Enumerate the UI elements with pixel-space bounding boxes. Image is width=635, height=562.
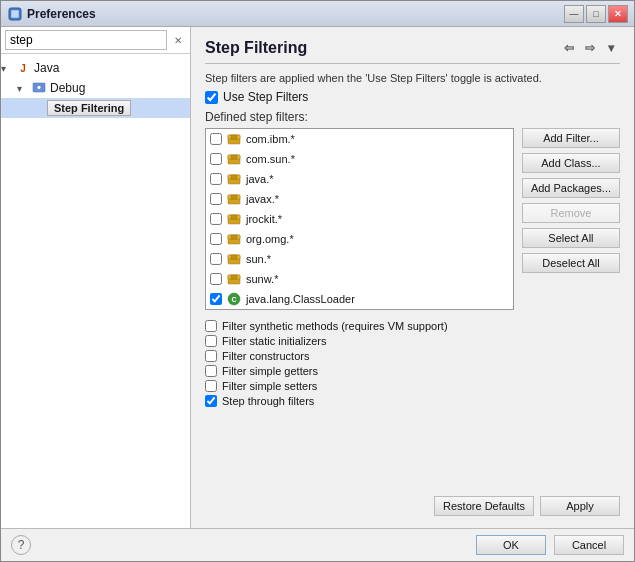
add-filter-button[interactable]: Add Filter... xyxy=(522,128,620,148)
java-icon: J xyxy=(15,60,31,76)
sidebar-item-debug[interactable]: ▾ Debug xyxy=(1,78,190,98)
search-clear-button[interactable]: ✕ xyxy=(170,32,186,48)
search-input[interactable] xyxy=(5,30,167,50)
filter-list-item[interactable]: sun.* xyxy=(206,249,513,269)
sidebar-label-java: Java xyxy=(34,61,59,75)
main-panel: Step Filtering ⇦ ⇨ ▾ Step filters are ap… xyxy=(191,27,634,528)
cancel-button[interactable]: Cancel xyxy=(554,535,624,555)
restore-defaults-button[interactable]: Restore Defaults xyxy=(434,496,534,516)
dropdown-icon[interactable]: ▾ xyxy=(602,39,620,57)
forward-icon[interactable]: ⇨ xyxy=(581,39,599,57)
add-class-button[interactable]: Add Class... xyxy=(522,153,620,173)
sidebar-item-step-filtering[interactable]: Step Filtering xyxy=(1,98,190,118)
bottom-bar: ? OK Cancel xyxy=(1,528,634,561)
filter-list-item[interactable]: jrockit.* xyxy=(206,209,513,229)
help-button[interactable]: ? xyxy=(11,535,31,555)
package-icon xyxy=(226,211,242,227)
window-controls: — □ ✕ xyxy=(564,5,628,23)
sidebar-item-java[interactable]: ▾ J Java xyxy=(1,58,190,78)
package-icon xyxy=(226,271,242,287)
package-icon xyxy=(226,251,242,267)
filter-checkbox[interactable] xyxy=(210,273,222,285)
bottom-left: ? xyxy=(11,535,476,555)
restore-button[interactable]: □ xyxy=(586,5,606,23)
option-checkbox[interactable] xyxy=(205,320,217,332)
option-row: Step through filters xyxy=(205,395,620,407)
option-label[interactable]: Filter simple getters xyxy=(222,365,318,377)
svg-rect-12 xyxy=(231,175,237,179)
panel-title: Step Filtering ⇦ ⇨ ▾ xyxy=(205,39,620,64)
option-checkbox[interactable] xyxy=(205,365,217,377)
toggle-debug: ▾ xyxy=(17,83,31,94)
package-icon xyxy=(226,191,242,207)
option-label[interactable]: Step through filters xyxy=(222,395,314,407)
filter-label: com.ibm.* xyxy=(246,133,295,145)
filter-label: javax.* xyxy=(246,193,279,205)
filter-checkbox[interactable] xyxy=(210,253,222,265)
option-row: Filter synthetic methods (requires VM su… xyxy=(205,320,620,332)
use-step-filters-checkbox[interactable] xyxy=(205,91,218,104)
bottom-right: OK Cancel xyxy=(476,535,624,555)
deselect-all-button[interactable]: Deselect All xyxy=(522,253,620,273)
filter-list-item[interactable]: javax.* xyxy=(206,189,513,209)
content-area: ✕ ▾ J Java ▾ xyxy=(1,27,634,528)
preferences-window: Preferences — □ ✕ ✕ ▾ J Java xyxy=(0,0,635,562)
close-button[interactable]: ✕ xyxy=(608,5,628,23)
select-all-button[interactable]: Select All xyxy=(522,228,620,248)
option-label[interactable]: Filter constructors xyxy=(222,350,309,362)
svg-rect-18 xyxy=(231,215,237,219)
search-bar: ✕ xyxy=(1,27,190,54)
option-label[interactable]: Filter static initializers xyxy=(222,335,327,347)
package-icon xyxy=(226,171,242,187)
options-section: Filter synthetic methods (requires VM su… xyxy=(205,320,620,410)
filter-checkbox[interactable] xyxy=(210,233,222,245)
option-label[interactable]: Filter simple setters xyxy=(222,380,317,392)
sidebar: ✕ ▾ J Java ▾ xyxy=(1,27,191,528)
svg-rect-24 xyxy=(231,255,237,259)
class-icon: C xyxy=(226,291,242,307)
svg-rect-6 xyxy=(231,135,237,139)
filter-list-item[interactable]: com.sun.* xyxy=(206,149,513,169)
add-packages-button[interactable]: Add Packages... xyxy=(522,178,620,198)
filter-list-item[interactable]: C java.lang.ClassLoader xyxy=(206,289,513,309)
filter-label: sunw.* xyxy=(246,273,278,285)
option-checkbox[interactable] xyxy=(205,380,217,392)
option-checkbox[interactable] xyxy=(205,395,217,407)
svg-rect-15 xyxy=(231,195,237,199)
filter-checkbox[interactable] xyxy=(210,153,222,165)
option-row: Filter constructors xyxy=(205,350,620,362)
apply-button[interactable]: Apply xyxy=(540,496,620,516)
filter-label: jrockit.* xyxy=(246,213,282,225)
option-row: Filter simple setters xyxy=(205,380,620,392)
option-row: Filter static initializers xyxy=(205,335,620,347)
filter-list-item[interactable]: sunw.* xyxy=(206,269,513,289)
svg-rect-21 xyxy=(231,235,237,239)
option-label[interactable]: Filter synthetic methods (requires VM su… xyxy=(222,320,448,332)
window-icon xyxy=(7,6,23,22)
toggle-java: ▾ xyxy=(1,63,15,74)
filter-list-item[interactable]: org.omg.* xyxy=(206,229,513,249)
filter-checkbox[interactable] xyxy=(210,213,222,225)
filter-checkbox[interactable] xyxy=(210,193,222,205)
filter-list-item[interactable]: com.ibm.* xyxy=(206,129,513,149)
filter-label: sun.* xyxy=(246,253,271,265)
package-icon xyxy=(226,131,242,147)
option-checkbox[interactable] xyxy=(205,335,217,347)
svg-text:C: C xyxy=(231,296,236,303)
ok-button[interactable]: OK xyxy=(476,535,546,555)
filter-checkbox[interactable] xyxy=(210,293,222,305)
sidebar-label-debug: Debug xyxy=(50,81,85,95)
filter-checkbox[interactable] xyxy=(210,173,222,185)
minimize-button[interactable]: — xyxy=(564,5,584,23)
filters-area: com.ibm.* com.sun.* java.* javax.* jrock… xyxy=(205,128,620,310)
filter-list[interactable]: com.ibm.* com.sun.* java.* javax.* jrock… xyxy=(205,128,514,310)
back-icon[interactable]: ⇦ xyxy=(560,39,578,57)
use-step-filters-label[interactable]: Use Step Filters xyxy=(223,90,308,104)
filter-list-item[interactable]: java.* xyxy=(206,169,513,189)
use-step-filters-row: Use Step Filters xyxy=(205,90,620,104)
panel-title-icons: ⇦ ⇨ ▾ xyxy=(560,39,620,57)
svg-rect-1 xyxy=(11,10,19,18)
option-checkbox[interactable] xyxy=(205,350,217,362)
remove-button[interactable]: Remove xyxy=(522,203,620,223)
filter-checkbox[interactable] xyxy=(210,133,222,145)
